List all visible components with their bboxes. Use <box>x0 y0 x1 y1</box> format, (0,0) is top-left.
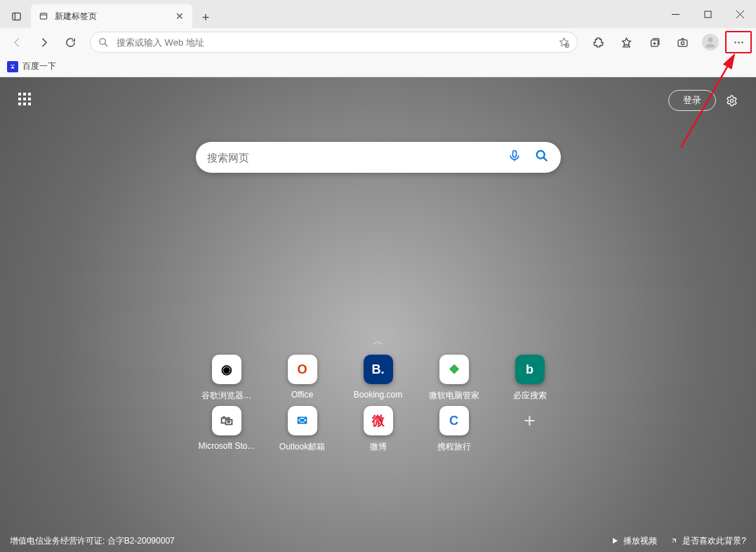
tab-title: 新建标签页 <box>55 11 174 22</box>
tile-label: Outlook邮箱 <box>279 441 325 453</box>
svg-point-9 <box>708 37 713 42</box>
tab-close-icon[interactable]: ✕ <box>174 11 185 22</box>
forward-button[interactable] <box>31 31 56 53</box>
minimize-button[interactable] <box>659 0 691 28</box>
bookmarks-bar: 百度一下 <box>0 56 756 77</box>
address-bar[interactable] <box>90 32 578 53</box>
license-text: 增值电信业务经营许可证: 合字B2-20090007 <box>10 535 175 547</box>
tile-icon: C <box>439 406 469 435</box>
quick-link-tile[interactable]: ◉谷歌浏览器... <box>189 355 265 402</box>
quick-link-tile[interactable]: ✉Outlook邮箱 <box>265 406 340 453</box>
collections-button[interactable] <box>641 31 668 53</box>
svg-rect-7 <box>678 39 687 46</box>
svg-point-11 <box>738 41 739 43</box>
browser-tab[interactable]: 新建标签页 ✕ <box>31 4 192 28</box>
reload-button[interactable] <box>58 31 83 53</box>
tabstrip: 新建标签页 ✕ + <box>0 0 659 28</box>
tile-icon: B. <box>364 355 393 384</box>
add-favorite-icon[interactable] <box>558 37 570 48</box>
new-tab-button[interactable]: + <box>195 7 216 28</box>
screenshot-button[interactable] <box>669 31 696 53</box>
quick-link-tile[interactable]: 🛍Microsoft Sto... <box>189 406 265 453</box>
profile-button[interactable] <box>697 31 724 53</box>
toolbar-right <box>585 31 752 53</box>
svg-rect-3 <box>705 11 711 18</box>
more-menu-button[interactable] <box>725 31 752 53</box>
baidu-icon <box>7 61 18 72</box>
maximize-button[interactable] <box>691 0 724 28</box>
tile-label: 微软电脑管家 <box>429 390 479 402</box>
quick-link-tile[interactable]: B.Booking.com <box>340 355 416 402</box>
tile-icon: 微 <box>364 406 393 435</box>
ntp-search-input[interactable] <box>207 152 508 164</box>
back-button[interactable] <box>4 31 29 53</box>
app-launcher-button[interactable] <box>18 93 34 108</box>
svg-rect-14 <box>512 151 516 157</box>
tile-label: 谷歌浏览器... <box>201 390 251 402</box>
svg-rect-0 <box>12 13 20 20</box>
tile-label: 微博 <box>370 441 387 453</box>
svg-point-13 <box>730 99 733 102</box>
add-quick-link-button[interactable]: + <box>492 406 568 453</box>
window-controls <box>659 0 756 28</box>
tile-icon: ◉ <box>212 355 241 384</box>
extensions-button[interactable] <box>585 31 611 53</box>
close-window-button[interactable] <box>724 0 756 28</box>
quick-link-tile[interactable]: b必应搜索 <box>492 355 568 402</box>
svg-point-10 <box>734 41 736 43</box>
page-settings-button[interactable] <box>726 95 738 107</box>
page-footer: 增值电信业务经营许可证: 合字B2-20090007 播放视频 是否喜欢此背景? <box>0 530 756 552</box>
search-submit-icon[interactable] <box>534 148 550 166</box>
ntp-search-box[interactable] <box>196 142 561 173</box>
favorites-button[interactable] <box>613 31 639 53</box>
tile-icon: ❖ <box>439 355 469 384</box>
plus-icon: + <box>515 406 545 435</box>
expand-feed-button[interactable]: ︿ <box>0 334 756 349</box>
tile-label: Office <box>291 390 313 400</box>
tile-icon: O <box>288 355 317 384</box>
svg-rect-1 <box>40 13 46 19</box>
tile-label: Booking.com <box>354 390 402 400</box>
svg-point-15 <box>536 151 544 159</box>
play-video-button[interactable]: 播放视频 <box>611 535 657 547</box>
tab-actions-icon[interactable] <box>4 4 28 28</box>
titlebar: 新建标签页 ✕ + <box>0 0 756 28</box>
bookmark-item[interactable]: 百度一下 <box>7 60 56 72</box>
address-input[interactable] <box>117 37 558 48</box>
svg-point-8 <box>681 41 684 44</box>
svg-point-12 <box>741 41 743 43</box>
tab-favicon <box>38 11 49 22</box>
quick-link-tile[interactable]: C携程旅行 <box>416 406 492 453</box>
tile-icon: 🛍 <box>212 406 241 435</box>
tile-label: 必应搜索 <box>513 390 547 402</box>
background-feedback-button[interactable]: 是否喜欢此背景? <box>670 535 746 547</box>
quick-links-grid: ◉谷歌浏览器...OOfficeB.Booking.com❖微软电脑管家b必应搜… <box>0 355 756 453</box>
tile-label: Microsoft Sto... <box>198 441 254 451</box>
login-button[interactable]: 登录 <box>668 90 716 111</box>
tile-icon: ✉ <box>288 406 317 435</box>
tile-label: 携程旅行 <box>437 441 471 453</box>
quick-link-tile[interactable]: ❖微软电脑管家 <box>416 355 492 402</box>
avatar-icon <box>702 34 719 51</box>
svg-point-4 <box>100 38 106 44</box>
quick-link-tile[interactable]: 微微博 <box>340 406 416 453</box>
navbar <box>0 28 756 56</box>
search-icon <box>98 37 110 48</box>
bookmark-label: 百度一下 <box>22 60 56 72</box>
voice-search-icon[interactable] <box>508 149 522 166</box>
new-tab-page: 登录 ︿ ◉谷歌浏览器...OOfficeB.Booking.com❖微软电脑管… <box>0 77 756 552</box>
quick-link-tile[interactable]: OOffice <box>265 355 340 402</box>
tile-icon: b <box>515 355 545 384</box>
